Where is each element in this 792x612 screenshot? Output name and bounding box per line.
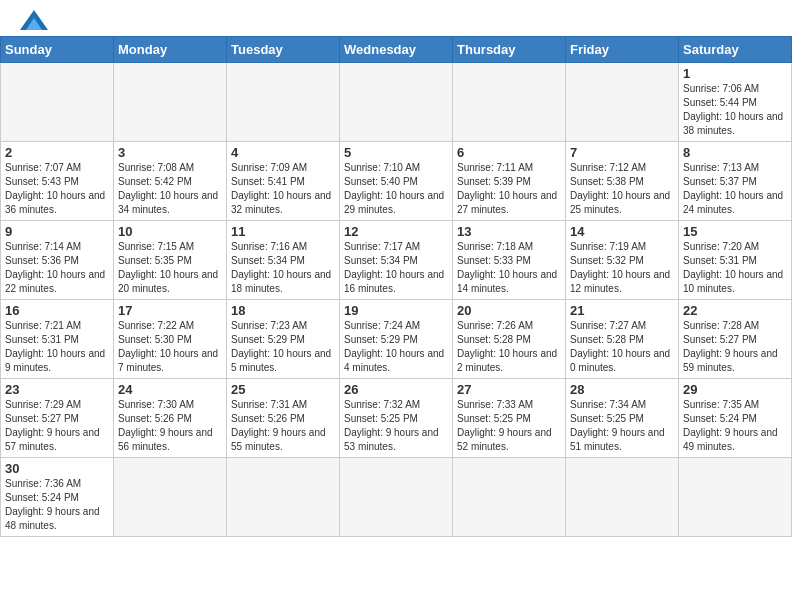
weekday-header-row: SundayMondayTuesdayWednesdayThursdayFrid… [1,37,792,63]
calendar-cell: 8Sunrise: 7:13 AM Sunset: 5:37 PM Daylig… [679,142,792,221]
calendar-cell: 7Sunrise: 7:12 AM Sunset: 5:38 PM Daylig… [566,142,679,221]
day-info: Sunrise: 7:35 AM Sunset: 5:24 PM Dayligh… [683,398,787,454]
calendar-cell [227,63,340,142]
day-number: 14 [570,224,674,239]
day-info: Sunrise: 7:23 AM Sunset: 5:29 PM Dayligh… [231,319,335,375]
calendar-cell [114,458,227,537]
day-info: Sunrise: 7:15 AM Sunset: 5:35 PM Dayligh… [118,240,222,296]
calendar-cell: 24Sunrise: 7:30 AM Sunset: 5:26 PM Dayli… [114,379,227,458]
calendar-week-row: 2Sunrise: 7:07 AM Sunset: 5:43 PM Daylig… [1,142,792,221]
day-info: Sunrise: 7:29 AM Sunset: 5:27 PM Dayligh… [5,398,109,454]
calendar-cell: 18Sunrise: 7:23 AM Sunset: 5:29 PM Dayli… [227,300,340,379]
calendar-week-row: 30Sunrise: 7:36 AM Sunset: 5:24 PM Dayli… [1,458,792,537]
day-number: 22 [683,303,787,318]
day-number: 29 [683,382,787,397]
day-number: 17 [118,303,222,318]
day-number: 7 [570,145,674,160]
calendar-cell: 13Sunrise: 7:18 AM Sunset: 5:33 PM Dayli… [453,221,566,300]
day-info: Sunrise: 7:06 AM Sunset: 5:44 PM Dayligh… [683,82,787,138]
day-info: Sunrise: 7:19 AM Sunset: 5:32 PM Dayligh… [570,240,674,296]
calendar-cell: 26Sunrise: 7:32 AM Sunset: 5:25 PM Dayli… [340,379,453,458]
calendar-cell [453,63,566,142]
day-number: 8 [683,145,787,160]
day-number: 28 [570,382,674,397]
calendar-cell: 11Sunrise: 7:16 AM Sunset: 5:34 PM Dayli… [227,221,340,300]
calendar-cell [340,63,453,142]
day-info: Sunrise: 7:09 AM Sunset: 5:41 PM Dayligh… [231,161,335,217]
day-info: Sunrise: 7:11 AM Sunset: 5:39 PM Dayligh… [457,161,561,217]
day-info: Sunrise: 7:10 AM Sunset: 5:40 PM Dayligh… [344,161,448,217]
day-info: Sunrise: 7:30 AM Sunset: 5:26 PM Dayligh… [118,398,222,454]
calendar-body: 1Sunrise: 7:06 AM Sunset: 5:44 PM Daylig… [1,63,792,537]
day-number: 19 [344,303,448,318]
calendar-cell: 30Sunrise: 7:36 AM Sunset: 5:24 PM Dayli… [1,458,114,537]
day-info: Sunrise: 7:26 AM Sunset: 5:28 PM Dayligh… [457,319,561,375]
calendar-cell: 28Sunrise: 7:34 AM Sunset: 5:25 PM Dayli… [566,379,679,458]
calendar-week-row: 1Sunrise: 7:06 AM Sunset: 5:44 PM Daylig… [1,63,792,142]
day-info: Sunrise: 7:27 AM Sunset: 5:28 PM Dayligh… [570,319,674,375]
calendar-cell [566,458,679,537]
weekday-header-cell: Thursday [453,37,566,63]
weekday-header-cell: Tuesday [227,37,340,63]
day-number: 27 [457,382,561,397]
day-info: Sunrise: 7:07 AM Sunset: 5:43 PM Dayligh… [5,161,109,217]
day-number: 6 [457,145,561,160]
calendar-cell: 6Sunrise: 7:11 AM Sunset: 5:39 PM Daylig… [453,142,566,221]
day-number: 15 [683,224,787,239]
calendar-cell: 10Sunrise: 7:15 AM Sunset: 5:35 PM Dayli… [114,221,227,300]
calendar-cell: 29Sunrise: 7:35 AM Sunset: 5:24 PM Dayli… [679,379,792,458]
day-number: 25 [231,382,335,397]
day-number: 1 [683,66,787,81]
calendar-cell [679,458,792,537]
day-info: Sunrise: 7:22 AM Sunset: 5:30 PM Dayligh… [118,319,222,375]
weekday-header-cell: Saturday [679,37,792,63]
day-info: Sunrise: 7:18 AM Sunset: 5:33 PM Dayligh… [457,240,561,296]
calendar-cell: 3Sunrise: 7:08 AM Sunset: 5:42 PM Daylig… [114,142,227,221]
weekday-header-cell: Wednesday [340,37,453,63]
day-number: 20 [457,303,561,318]
day-number: 2 [5,145,109,160]
calendar-cell: 21Sunrise: 7:27 AM Sunset: 5:28 PM Dayli… [566,300,679,379]
calendar-cell: 14Sunrise: 7:19 AM Sunset: 5:32 PM Dayli… [566,221,679,300]
calendar-table: SundayMondayTuesdayWednesdayThursdayFrid… [0,36,792,537]
day-info: Sunrise: 7:17 AM Sunset: 5:34 PM Dayligh… [344,240,448,296]
day-number: 24 [118,382,222,397]
day-info: Sunrise: 7:31 AM Sunset: 5:26 PM Dayligh… [231,398,335,454]
calendar-cell: 2Sunrise: 7:07 AM Sunset: 5:43 PM Daylig… [1,142,114,221]
logo-icon [20,10,48,30]
day-info: Sunrise: 7:33 AM Sunset: 5:25 PM Dayligh… [457,398,561,454]
day-info: Sunrise: 7:21 AM Sunset: 5:31 PM Dayligh… [5,319,109,375]
day-info: Sunrise: 7:28 AM Sunset: 5:27 PM Dayligh… [683,319,787,375]
calendar-cell [114,63,227,142]
calendar-cell: 5Sunrise: 7:10 AM Sunset: 5:40 PM Daylig… [340,142,453,221]
day-number: 11 [231,224,335,239]
day-info: Sunrise: 7:16 AM Sunset: 5:34 PM Dayligh… [231,240,335,296]
day-number: 16 [5,303,109,318]
day-info: Sunrise: 7:34 AM Sunset: 5:25 PM Dayligh… [570,398,674,454]
page-header [0,0,792,36]
calendar-cell: 17Sunrise: 7:22 AM Sunset: 5:30 PM Dayli… [114,300,227,379]
calendar-cell: 25Sunrise: 7:31 AM Sunset: 5:26 PM Dayli… [227,379,340,458]
day-number: 18 [231,303,335,318]
calendar-cell: 22Sunrise: 7:28 AM Sunset: 5:27 PM Dayli… [679,300,792,379]
calendar-cell: 9Sunrise: 7:14 AM Sunset: 5:36 PM Daylig… [1,221,114,300]
calendar-cell: 20Sunrise: 7:26 AM Sunset: 5:28 PM Dayli… [453,300,566,379]
weekday-header-cell: Sunday [1,37,114,63]
calendar-cell: 23Sunrise: 7:29 AM Sunset: 5:27 PM Dayli… [1,379,114,458]
logo [16,10,48,30]
day-number: 3 [118,145,222,160]
calendar-week-row: 23Sunrise: 7:29 AM Sunset: 5:27 PM Dayli… [1,379,792,458]
calendar-cell: 1Sunrise: 7:06 AM Sunset: 5:44 PM Daylig… [679,63,792,142]
calendar-cell [453,458,566,537]
calendar-cell: 4Sunrise: 7:09 AM Sunset: 5:41 PM Daylig… [227,142,340,221]
calendar-cell: 16Sunrise: 7:21 AM Sunset: 5:31 PM Dayli… [1,300,114,379]
day-number: 13 [457,224,561,239]
day-info: Sunrise: 7:32 AM Sunset: 5:25 PM Dayligh… [344,398,448,454]
day-number: 26 [344,382,448,397]
day-info: Sunrise: 7:20 AM Sunset: 5:31 PM Dayligh… [683,240,787,296]
calendar-cell: 27Sunrise: 7:33 AM Sunset: 5:25 PM Dayli… [453,379,566,458]
day-info: Sunrise: 7:14 AM Sunset: 5:36 PM Dayligh… [5,240,109,296]
day-number: 30 [5,461,109,476]
day-number: 10 [118,224,222,239]
calendar-week-row: 16Sunrise: 7:21 AM Sunset: 5:31 PM Dayli… [1,300,792,379]
